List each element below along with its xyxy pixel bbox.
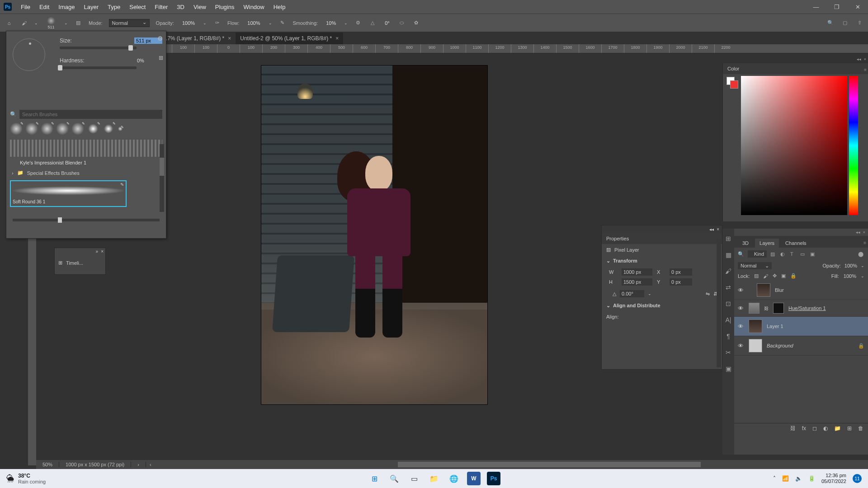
doc-tab[interactable]: Untitled-2 @ 50% (Layer 1, RGB/8#) * × [236,33,343,44]
chevron-down-icon[interactable]: ⌄ [648,291,651,296]
new-layer-icon[interactable]: ⊞ [847,425,852,432]
brush-settings-icon[interactable]: ▨ [74,19,82,27]
scrollbar[interactable] [160,144,164,212]
task-view-button[interactable]: ▭ [407,472,421,485]
brush-preset[interactable]: ✎ [41,122,53,135]
brush-preset[interactable]: ✎ [56,122,69,135]
tab-channels[interactable]: Channels [781,239,811,248]
share-icon[interactable]: ⇧ [855,19,863,27]
lock-transparency-icon[interactable]: ▨ [754,273,759,279]
size-slider[interactable] [60,47,137,49]
layer-row[interactable]: 👁 ⛓ Hue/Saturation 1 [734,300,868,317]
close-icon[interactable]: × [864,57,866,63]
menu-type[interactable]: Type [103,0,125,14]
layer-thumbnail[interactable] [757,283,770,297]
airbrush-icon[interactable]: ✎ [278,19,287,27]
doc-info[interactable]: 1000 px x 1500 px (72 ppi) [59,462,131,467]
layer-name[interactable]: Layer 1 [767,324,783,329]
menu-plugins[interactable]: Plugins [211,0,239,14]
mask-thumbnail[interactable] [773,303,784,314]
opacity-value[interactable]: 100% [180,20,197,26]
flow-value[interactable]: 100% [245,20,262,26]
maximize-button[interactable]: ❐ [826,0,847,14]
chrome-icon[interactable]: 🌐 [447,472,461,485]
blend-mode-select[interactable]: Normal [109,19,150,27]
panel-icon[interactable]: 🖌 [725,267,731,275]
layer-name[interactable]: Background [767,343,793,348]
flip-horizontal-icon[interactable]: ⇋ [706,291,710,297]
filter-smart-icon[interactable]: ▣ [810,251,816,257]
hardness-slider[interactable] [60,66,137,69]
close-icon[interactable]: × [863,230,865,235]
scrollbar[interactable] [717,239,721,367]
filter-type-icon[interactable]: T [790,251,797,257]
panel-icon[interactable]: ⊡ [726,300,731,307]
transform-section[interactable]: Transform [613,258,637,264]
mask-icon[interactable]: ◻ [812,425,817,432]
foreground-background-swatch[interactable] [726,77,738,89]
document-canvas[interactable] [261,66,487,404]
wifi-icon[interactable]: 📶 [782,475,789,482]
visibility-toggle-icon[interactable]: 👁 [738,343,744,349]
brush-preset[interactable]: ✎ [118,126,123,131]
properties-title[interactable]: Properties [602,233,722,244]
menu-file[interactable]: File [16,0,35,14]
battery-icon[interactable]: 🔋 [808,475,815,482]
timeline-label[interactable]: Timeli... [66,260,83,266]
tab-3d[interactable]: 3D [738,239,753,248]
menu-select[interactable]: Select [125,0,150,14]
filter-kind-select[interactable]: Kind [748,250,767,258]
visibility-toggle-icon[interactable]: 👁 [738,305,744,312]
chevron-left-icon[interactable]: ‹ [146,462,155,467]
collapse-icon[interactable]: » [96,249,99,255]
lock-paint-icon[interactable]: 🖌 [763,273,768,279]
lock-icon[interactable]: 🔒 [858,343,864,349]
height-input[interactable]: 1500 px [622,278,652,286]
menu-edit[interactable]: Edit [35,0,54,14]
close-tab-icon[interactable]: × [228,35,231,42]
edit-brush-icon[interactable]: ✎ [120,182,124,187]
panel-icon[interactable]: ⇄ [726,284,731,291]
y-input[interactable]: 0 px [670,278,692,286]
adjustment-thumbnail[interactable] [749,303,760,314]
layer-name[interactable]: Hue/Saturation 1 [788,305,826,311]
layer-name[interactable]: Blur [775,287,784,293]
tray-overflow-icon[interactable]: ˄ [773,475,776,482]
filter-shape-icon[interactable]: ▭ [800,251,807,257]
hue-slider[interactable] [849,76,858,215]
brush-tool-icon[interactable]: 🖌 [20,19,28,27]
brush-folder[interactable]: › 📁 Special Effects Brushes [10,168,162,178]
close-icon[interactable]: × [717,227,719,232]
pressure-opacity-icon[interactable]: ✑ [213,19,221,27]
horizontal-scrollbar[interactable] [398,462,701,467]
visibility-toggle-icon[interactable]: 👁 [738,323,744,330]
align-section[interactable]: Align and Distribute [613,303,660,309]
brush-preset[interactable]: ✎ [25,122,38,135]
menu-filter[interactable]: Filter [150,0,172,14]
filter-toggle-icon[interactable]: ⬤ [858,251,864,257]
panel-icon[interactable]: ▦ [726,251,731,258]
width-input[interactable]: 1000 px [622,268,652,276]
layer-thumbnail[interactable] [749,319,762,333]
brush-stroke-preview[interactable] [10,140,162,157]
chevron-down-icon[interactable]: ⌄ [34,21,38,25]
menu-window[interactable]: Window [239,0,269,14]
menu-view[interactable]: View [189,0,211,14]
layer-row[interactable]: 👁 Layer 1 [734,317,868,336]
layer-thumbnail[interactable] [749,339,762,352]
chevron-down-icon[interactable]: ⌄ [606,303,610,309]
preview-size-slider[interactable] [13,219,160,221]
adjustment-icon[interactable]: ◐ [823,425,828,432]
delete-layer-icon[interactable]: 🗑 [858,425,863,432]
chevron-down-icon[interactable]: ⌄ [269,21,272,25]
pressure-size-icon[interactable]: ⬭ [398,19,406,27]
panel-menu-icon[interactable]: ≡ [863,240,866,245]
menu-help[interactable]: Help [269,0,290,14]
workspace-icon[interactable]: ▢ [841,19,849,27]
brush-preset[interactable]: ✎ [71,122,84,135]
visibility-toggle-icon[interactable]: 👁 [738,287,744,294]
start-button[interactable]: ⊞ [368,472,381,485]
search-icon[interactable]: 🔍 [826,19,835,27]
angle-value[interactable]: 0° [383,20,392,26]
close-tab-icon[interactable]: × [335,35,339,42]
